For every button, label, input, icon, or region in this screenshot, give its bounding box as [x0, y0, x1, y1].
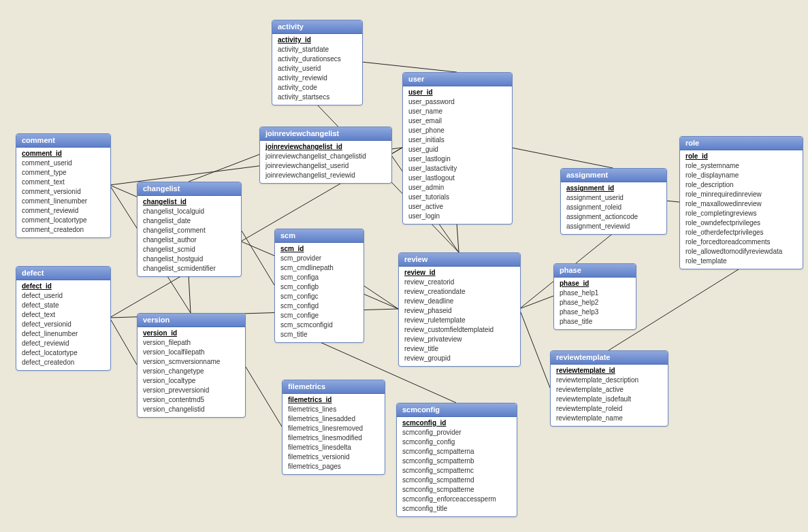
- field-version-version_contentmd5[interactable]: version_contentmd5: [138, 395, 245, 405]
- field-activity-activity_code[interactable]: activity_code: [272, 83, 362, 93]
- entity-version[interactable]: versionversion_idversion_filepathversion…: [137, 313, 246, 418]
- field-changelist-changelist_scmidentifier[interactable]: changelist_scmidentifier: [138, 264, 241, 273]
- field-phase-phase_help3[interactable]: phase_help3: [554, 307, 636, 317]
- field-version-version_prevversionid[interactable]: version_prevversionid: [138, 386, 245, 395]
- field-filemetrics-filemetrics_linesmodified[interactable]: filemetrics_linesmodified: [282, 433, 385, 443]
- entity-header-comment[interactable]: comment: [16, 134, 110, 148]
- field-user-user_tutorials[interactable]: user_tutorials: [403, 193, 512, 202]
- field-activity-activity_startdate[interactable]: activity_startdate: [272, 45, 362, 54]
- field-comment-comment_text[interactable]: comment_text: [16, 178, 110, 187]
- field-role-role_allowedtomodifyreviewdata[interactable]: role_allowedtomodifyreviewdata: [680, 247, 803, 256]
- field-scm-scm_cmdlinepath[interactable]: scm_cmdlinepath: [275, 263, 363, 273]
- field-scmconfig-scmconfig_scmpatternb[interactable]: scmconfig_scmpatternb: [397, 456, 517, 466]
- field-user-user_login[interactable]: user_login: [403, 212, 512, 221]
- field-assignment-assignment_id[interactable]: assignment_id: [561, 184, 666, 193]
- field-comment-comment_reviewid[interactable]: comment_reviewid: [16, 206, 110, 216]
- field-role-role_maxallowedinreview[interactable]: role_maxallowedinreview: [680, 199, 803, 209]
- field-role-role_id[interactable]: role_id: [680, 152, 803, 161]
- field-scm-scm_id[interactable]: scm_id: [275, 244, 363, 254]
- field-role-role_minrequiredinreview[interactable]: role_minrequiredinreview: [680, 190, 803, 199]
- entity-header-version[interactable]: version: [138, 314, 245, 327]
- field-defect-defect_createdon[interactable]: defect_createdon: [16, 358, 110, 367]
- field-user-user_id[interactable]: user_id: [403, 88, 512, 97]
- field-comment-comment_linenumber[interactable]: comment_linenumber: [16, 197, 110, 206]
- entity-header-role[interactable]: role: [680, 137, 803, 150]
- field-review-review_id[interactable]: review_id: [399, 268, 520, 278]
- field-user-user_lastlogout[interactable]: user_lastlogout: [403, 173, 512, 183]
- field-review-review_customfieldtemplateid[interactable]: review_customfieldtemplateid: [399, 325, 520, 335]
- field-scmconfig-scmconfig_config[interactable]: scmconfig_config: [397, 437, 517, 447]
- field-joinreviewchangelist-joinreviewchangelist_reviewid[interactable]: joinreviewchangelist_reviewid: [260, 171, 391, 180]
- entity-header-activity[interactable]: activity: [272, 20, 362, 34]
- field-phase-phase_id[interactable]: phase_id: [554, 279, 636, 288]
- field-phase-phase_title[interactable]: phase_title: [554, 317, 636, 327]
- field-scmconfig-scmconfig_scmpatterna[interactable]: scmconfig_scmpatterna: [397, 447, 517, 456]
- entity-header-scm[interactable]: scm: [275, 229, 363, 243]
- field-changelist-changelist_date[interactable]: changelist_date: [138, 216, 241, 226]
- entity-user[interactable]: useruser_iduser_passworduser_nameuser_em…: [402, 72, 513, 225]
- field-review-review_creationdate[interactable]: review_creationdate: [399, 287, 520, 297]
- field-user-user_initials[interactable]: user_initials: [403, 135, 512, 145]
- field-activity-activity_userid[interactable]: activity_userid: [272, 64, 362, 73]
- field-user-user_password[interactable]: user_password: [403, 97, 512, 107]
- field-user-user_admin[interactable]: user_admin: [403, 183, 512, 193]
- field-scmconfig-scmconfig_scmpatternc[interactable]: scmconfig_scmpatternc: [397, 466, 517, 476]
- field-defect-defect_text[interactable]: defect_text: [16, 310, 110, 320]
- entity-header-changelist[interactable]: changelist: [138, 182, 241, 196]
- field-joinreviewchangelist-joinreviewchangelist_id[interactable]: joinreviewchangelist_id: [260, 142, 391, 152]
- entity-joinreviewchangelist[interactable]: joinreviewchangelistjoinreviewchangelist…: [259, 127, 392, 184]
- field-filemetrics-filemetrics_linesremoved[interactable]: filemetrics_linesremoved: [282, 424, 385, 433]
- entity-header-scmconfig[interactable]: scmconfig: [397, 403, 517, 417]
- field-phase-phase_help2[interactable]: phase_help2: [554, 298, 636, 307]
- field-review-review_creatorid[interactable]: review_creatorid: [399, 278, 520, 287]
- entity-phase[interactable]: phasephase_idphase_help1phase_help2phase…: [553, 263, 636, 330]
- field-scmconfig-scmconfig_id[interactable]: scmconfig_id: [397, 418, 517, 428]
- field-scmconfig-scmconfig_enforceaccessperm[interactable]: scmconfig_enforceaccessperm: [397, 495, 517, 504]
- field-defect-defect_locatortype[interactable]: defect_locatortype: [16, 348, 110, 358]
- entity-defect[interactable]: defectdefect_iddefect_useriddefect_state…: [16, 266, 111, 371]
- field-user-user_guid[interactable]: user_guid: [403, 145, 512, 154]
- field-changelist-changelist_author[interactable]: changelist_author: [138, 235, 241, 245]
- field-version-version_changetype[interactable]: version_changetype: [138, 367, 245, 376]
- field-review-review_deadline[interactable]: review_deadline: [399, 297, 520, 306]
- field-comment-comment_createdon[interactable]: comment_createdon: [16, 225, 110, 235]
- field-comment-comment_versionid[interactable]: comment_versionid: [16, 187, 110, 197]
- field-review-review_ruletemplate[interactable]: review_ruletemplate: [399, 316, 520, 325]
- field-scm-scm_confige[interactable]: scm_confige: [275, 311, 363, 320]
- field-user-user_email[interactable]: user_email: [403, 116, 512, 126]
- entity-header-reviewtemplate[interactable]: reviewtemplate: [551, 351, 668, 365]
- field-changelist-changelist_scmid[interactable]: changelist_scmid: [138, 245, 241, 254]
- field-changelist-changelist_localguid[interactable]: changelist_localguid: [138, 207, 241, 216]
- field-role-role_otherdefectprivileges[interactable]: role_otherdefectprivileges: [680, 228, 803, 237]
- field-role-role_description[interactable]: role_description: [680, 180, 803, 190]
- field-comment-comment_id[interactable]: comment_id: [16, 149, 110, 159]
- field-assignment-assignment_userid[interactable]: assignment_userid: [561, 193, 666, 203]
- field-scm-scm_configd[interactable]: scm_configd: [275, 301, 363, 311]
- field-comment-comment_type[interactable]: comment_type: [16, 168, 110, 178]
- entity-activity[interactable]: activityactivity_idactivity_startdateact…: [272, 20, 363, 105]
- field-review-review_title[interactable]: review_title: [399, 344, 520, 354]
- field-activity-activity_startsecs[interactable]: activity_startsecs: [272, 93, 362, 102]
- field-defect-defect_linenumber[interactable]: defect_linenumber: [16, 329, 110, 339]
- field-assignment-assignment_actioncode[interactable]: assignment_actioncode: [561, 212, 666, 222]
- entity-header-assignment[interactable]: assignment: [561, 169, 666, 182]
- entity-header-joinreviewchangelist[interactable]: joinreviewchangelist: [260, 127, 391, 141]
- field-reviewtemplate-reviewtemplate_id[interactable]: reviewtemplate_id: [551, 366, 668, 376]
- field-phase-phase_help1[interactable]: phase_help1: [554, 288, 636, 298]
- field-scm-scm_configc[interactable]: scm_configc: [275, 292, 363, 301]
- field-joinreviewchangelist-joinreviewchangelist_changelistid[interactable]: joinreviewchangelist_changelistid: [260, 152, 391, 161]
- field-reviewtemplate-reviewtemplate_active[interactable]: reviewtemplate_active: [551, 385, 668, 395]
- field-defect-defect_versionid[interactable]: defect_versionid: [16, 320, 110, 329]
- field-role-role_completingreviews[interactable]: role_completingreviews: [680, 209, 803, 218]
- field-user-user_lastlogin[interactable]: user_lastlogin: [403, 154, 512, 164]
- field-scm-scm_configb[interactable]: scm_configb: [275, 282, 363, 292]
- entity-scm[interactable]: scmscm_idscm_providerscm_cmdlinepathscm_…: [274, 229, 364, 343]
- field-user-user_phone[interactable]: user_phone: [403, 126, 512, 135]
- field-reviewtemplate-reviewtemplate_description[interactable]: reviewtemplate_description: [551, 376, 668, 385]
- field-scmconfig-scmconfig_provider[interactable]: scmconfig_provider: [397, 428, 517, 437]
- field-scmconfig-scmconfig_scmpatterne[interactable]: scmconfig_scmpatterne: [397, 485, 517, 495]
- field-version-version_localtype[interactable]: version_localtype: [138, 376, 245, 386]
- field-scmconfig-scmconfig_title[interactable]: scmconfig_title: [397, 504, 517, 514]
- field-role-role_owndefectprivileges[interactable]: role_owndefectprivileges: [680, 218, 803, 228]
- field-activity-activity_id[interactable]: activity_id: [272, 35, 362, 45]
